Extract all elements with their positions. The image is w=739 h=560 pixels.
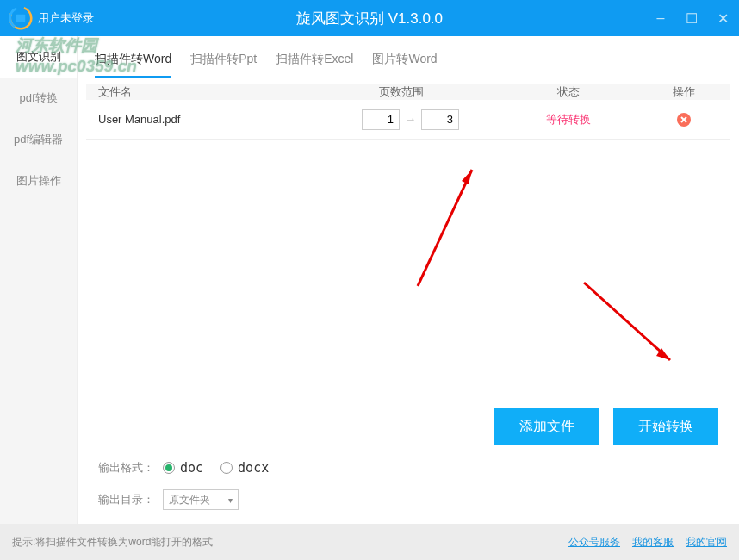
options-panel: 输出格式： doc docx 输出目录： 原文件夹 ▾ — [86, 445, 730, 524]
table-row: User Manual.pdf → 等待转换 — [86, 100, 730, 140]
radio-docx[interactable]: docx — [220, 460, 269, 476]
tabs: 扫描件转Word 扫描件转Ppt 扫描件转Excel 图片转Word — [86, 36, 730, 78]
statusbar: 提示:将扫描件文件转换为word能打开的格式 公众号服务 我的客服 我的官网 — [0, 524, 739, 560]
close-button[interactable]: ✕ — [715, 10, 730, 27]
svg-rect-2 — [16, 15, 26, 22]
link-wechat[interactable]: 公众号服务 — [568, 535, 620, 550]
col-header-range: 页数范围 — [362, 84, 500, 100]
page-from-input[interactable] — [362, 109, 400, 130]
file-list: User Manual.pdf → 等待转换 — [86, 100, 730, 393]
output-dir-select[interactable]: 原文件夹 ▾ — [163, 489, 239, 510]
output-dir-label: 输出目录： — [98, 492, 154, 507]
file-status: 等待转换 — [500, 112, 637, 128]
app-title: 旋风图文识别 V1.3.0.0 — [296, 9, 443, 28]
radio-icon — [163, 462, 175, 474]
range-arrow-icon: → — [405, 113, 416, 126]
list-header: 文件名 页数范围 状态 操作 — [86, 84, 730, 100]
start-convert-button[interactable]: 开始转换 — [613, 408, 718, 445]
minimize-button[interactable]: – — [653, 10, 668, 27]
col-header-name: 文件名 — [86, 84, 362, 100]
add-file-button[interactable]: 添加文件 — [494, 408, 599, 445]
radio-doc[interactable]: doc — [163, 460, 203, 476]
sidebar-item-pdf-convert[interactable]: pdf转换 — [0, 78, 77, 119]
col-header-status: 状态 — [500, 84, 637, 100]
titlebar: 用户未登录 旋风图文识别 V1.3.0.0 – ☐ ✕ — [0, 0, 739, 36]
close-icon — [680, 116, 687, 123]
tab-scan-to-excel[interactable]: 扫描件转Excel — [276, 52, 353, 78]
caret-down-icon: ▾ — [228, 495, 233, 505]
output-format-label: 输出格式： — [98, 460, 154, 476]
hint-text: 提示:将扫描件文件转换为word能打开的格式 — [12, 535, 213, 550]
app-logo — [9, 6, 33, 30]
action-bar: 添加文件 开始转换 — [86, 393, 730, 445]
file-name: User Manual.pdf — [86, 113, 362, 126]
sidebar-item-ocr[interactable]: 图文识别 — [0, 36, 77, 78]
main-panel: 扫描件转Word 扫描件转Ppt 扫描件转Excel 图片转Word 文件名 页… — [78, 36, 739, 524]
tab-scan-to-ppt[interactable]: 扫描件转Ppt — [190, 52, 257, 78]
radio-icon — [220, 462, 233, 474]
maximize-button[interactable]: ☐ — [684, 10, 699, 27]
login-status[interactable]: 用户未登录 — [38, 10, 94, 26]
sidebar-item-pdf-edit[interactable]: pdf编辑器 — [0, 119, 77, 160]
sidebar-item-image-ops[interactable]: 图片操作 — [0, 160, 77, 202]
delete-row-button[interactable] — [677, 113, 691, 127]
tab-image-to-word[interactable]: 图片转Word — [372, 52, 437, 78]
sidebar: 图文识别 pdf转换 pdf编辑器 图片操作 — [0, 36, 78, 524]
col-header-action: 操作 — [637, 84, 730, 100]
page-to-input[interactable] — [421, 109, 459, 130]
tab-scan-to-word[interactable]: 扫描件转Word — [95, 52, 171, 78]
link-support[interactable]: 我的客服 — [632, 535, 674, 550]
link-official[interactable]: 我的官网 — [686, 535, 727, 550]
